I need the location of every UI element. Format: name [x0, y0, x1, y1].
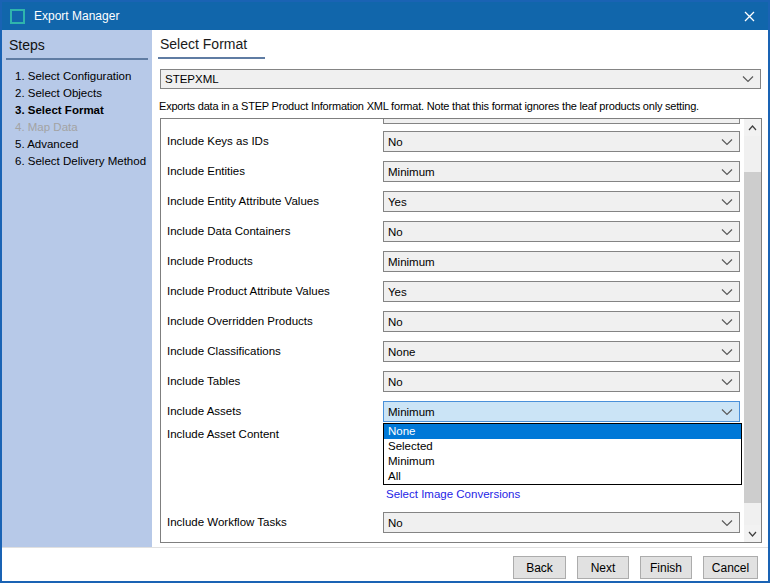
export-manager-window: Export Manager Steps 1. Select Configura…	[0, 0, 770, 583]
chevron-down-icon	[742, 76, 754, 83]
panel-scrollbar[interactable]	[744, 119, 761, 542]
option-label: Include Overridden Products	[167, 311, 313, 332]
scroll-down-icon	[748, 531, 757, 537]
sidebar-item-map-data: 4. Map Data	[15, 121, 78, 133]
include-data-containers-select[interactable]: No	[383, 221, 740, 242]
option-label: Include Product Attribute Values	[167, 281, 330, 302]
option-label: Include Classifications	[167, 341, 281, 362]
chevron-down-icon	[721, 318, 733, 325]
include-workflow-tasks-select[interactable]: No	[383, 512, 740, 533]
include-tables-select[interactable]: No	[383, 371, 740, 392]
option-label: Include Entities	[167, 161, 245, 182]
option-value: Minimum	[388, 166, 435, 178]
scroll-up-icon	[748, 125, 757, 131]
chevron-down-icon	[721, 258, 733, 265]
dropdown-option-selected[interactable]: Selected	[384, 439, 741, 454]
scrollbar-thumb[interactable]	[744, 172, 761, 503]
sidebar-item-select-objects[interactable]: 2. Select Objects	[15, 87, 102, 99]
dropdown-option-all[interactable]: All	[384, 469, 741, 484]
option-label: Include Asset Content	[167, 427, 279, 442]
dropdown-option-none[interactable]: None	[384, 424, 741, 439]
option-value: No	[388, 376, 403, 388]
steps-sidebar: Steps 1. Select Configuration 2. Select …	[2, 30, 152, 547]
format-select[interactable]: STEPXML	[160, 69, 761, 89]
close-icon	[744, 11, 755, 22]
option-value: No	[388, 136, 403, 148]
include-keys-as-ids-select[interactable]: No	[383, 131, 740, 152]
chevron-down-icon	[721, 408, 733, 415]
chevron-down-icon	[721, 138, 733, 145]
option-label: Include Assets	[167, 401, 241, 422]
include-products-select[interactable]: Minimum	[383, 251, 740, 272]
format-description: Exports data in a STEP Product Informati…	[159, 100, 699, 112]
footer-separator	[2, 547, 768, 548]
option-value: Yes	[388, 196, 407, 208]
chevron-down-icon	[721, 288, 733, 295]
option-label: Include Data Containers	[167, 221, 290, 242]
option-value: Yes	[388, 286, 407, 298]
chevron-down-icon	[721, 198, 733, 205]
include-classifications-select[interactable]: None	[383, 341, 740, 362]
chevron-down-icon	[721, 378, 733, 385]
include-overridden-products-select[interactable]: No	[383, 311, 740, 332]
next-button[interactable]: Next	[577, 556, 629, 579]
sidebar-item-select-format[interactable]: 3. Select Format	[15, 104, 104, 116]
option-value: No	[388, 316, 403, 328]
include-entities-select[interactable]: Minimum	[383, 161, 740, 182]
include-entity-attribute-values-select[interactable]: Yes	[383, 191, 740, 212]
steps-heading: Steps	[9, 37, 45, 53]
include-assets-select[interactable]: Minimum	[383, 401, 740, 422]
chevron-down-icon	[721, 348, 733, 355]
option-label: Include Entity Attribute Values	[167, 191, 319, 212]
scroll-down-button[interactable]	[744, 525, 761, 542]
select-image-conversions-link[interactable]: Select Image Conversions	[386, 488, 520, 500]
close-button[interactable]	[730, 2, 768, 30]
sidebar-item-advanced[interactable]: 5. Advanced	[15, 138, 78, 150]
option-value: Minimum	[388, 406, 435, 418]
title-bar: Export Manager	[2, 2, 768, 30]
include-assets-dropdown-list: None Selected Minimum All	[383, 423, 742, 485]
option-value: No	[388, 226, 403, 238]
option-label: Include Tables	[167, 371, 240, 392]
format-select-value: STEPXML	[165, 73, 219, 85]
option-label: Include Products	[167, 251, 253, 272]
page-title: Select Format	[158, 36, 265, 59]
option-label: Include Workflow Tasks	[167, 512, 287, 533]
include-product-attribute-values-select[interactable]: Yes	[383, 281, 740, 302]
back-button[interactable]: Back	[513, 556, 566, 579]
option-value: Minimum	[388, 256, 435, 268]
cancel-button[interactable]: Cancel	[703, 556, 758, 579]
clipped-dropdown[interactable]	[383, 119, 740, 124]
option-value: None	[388, 346, 416, 358]
dropdown-option-minimum[interactable]: Minimum	[384, 454, 741, 469]
option-value: No	[388, 517, 403, 529]
app-icon	[10, 9, 25, 24]
steps-heading-underline	[6, 58, 148, 60]
sidebar-item-select-configuration[interactable]: 1. Select Configuration	[15, 70, 131, 82]
sidebar-item-select-delivery-method[interactable]: 6. Select Delivery Method	[15, 155, 146, 167]
options-panel: Include Keys as IDs No Include Entities …	[160, 118, 762, 543]
window-title: Export Manager	[34, 9, 119, 23]
chevron-down-icon	[721, 168, 733, 175]
chevron-down-icon	[721, 519, 733, 526]
option-label: Include Keys as IDs	[167, 131, 269, 152]
chevron-down-icon	[721, 228, 733, 235]
finish-button[interactable]: Finish	[640, 556, 692, 579]
scroll-up-button[interactable]	[744, 119, 761, 136]
